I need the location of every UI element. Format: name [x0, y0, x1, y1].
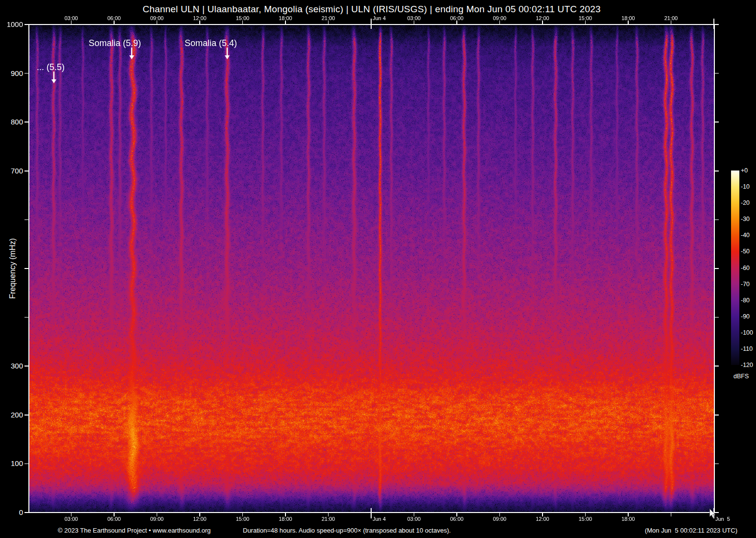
- y-tick-left: [24, 122, 29, 122]
- x-tick-label: 15:00: [573, 516, 597, 522]
- y-tick-left: [24, 24, 29, 25]
- y-tick-label: 0: [0, 509, 23, 516]
- colorbar-tick-label: -90: [741, 313, 750, 320]
- y-tick-right: [714, 73, 719, 74]
- colorbar-tick-label: -100: [741, 329, 753, 336]
- colorbar-tick-label: -80: [741, 297, 750, 304]
- y-tick-label: 1000: [0, 21, 23, 28]
- y-tick-left: [24, 171, 29, 171]
- y-tick-left: [24, 512, 29, 513]
- annotation-arrow-icon: [50, 72, 57, 83]
- y-tick-right: [714, 464, 719, 465]
- x-tick-bottom: [671, 513, 672, 516]
- footer-end-timestamp: (Mon Jun 5 00:02:11 2023 UTC): [641, 527, 737, 534]
- y-tick-label: 300: [0, 362, 23, 370]
- y-tick-label: 900: [0, 70, 23, 77]
- x-tick-label: 06:00: [445, 516, 469, 522]
- colorbar-tick-label: -10: [741, 183, 750, 190]
- x-tick-label: 12:00: [188, 15, 212, 22]
- y-tick-left: [24, 415, 29, 416]
- x-tick-label: 03:00: [402, 516, 425, 522]
- footer-copyright: © 2023 The Earthsound Project • www.eart…: [58, 527, 211, 534]
- x-tick-label: 12:00: [531, 516, 554, 522]
- colorbar-tick-label: -40: [741, 232, 750, 239]
- x-tick-top: [713, 19, 714, 24]
- colorbar-tick-label: +0: [741, 167, 748, 174]
- x-tick-label: 15:00: [573, 15, 597, 22]
- y-tick-label: 200: [0, 411, 23, 419]
- colorbar-tick-label: -50: [741, 248, 750, 255]
- colorbar-tick-label: -120: [741, 362, 753, 368]
- x-tick-top-inner: [713, 24, 714, 29]
- x-tick-label: 18:00: [274, 516, 297, 522]
- x-tick-top: [371, 19, 372, 24]
- x-tick-label: 18:00: [616, 516, 640, 522]
- x-tick-label: 03:00: [59, 516, 83, 522]
- x-tick-label: 03:00: [402, 15, 425, 22]
- colorbar-tick-label: -60: [741, 265, 750, 271]
- colorbar-tick-label: -110: [741, 345, 753, 352]
- page-title: Channel ULN | Ulaanbaatar, Mongolia (sei…: [29, 4, 714, 15]
- x-tick-bottom-inner: [371, 508, 372, 513]
- y-tick-right: [714, 317, 719, 318]
- colorbar-tick-label: -70: [741, 281, 750, 288]
- y-tick-right: [714, 268, 719, 269]
- x-tick-label: 09:00: [488, 516, 511, 522]
- y-tick-label: 700: [0, 167, 23, 175]
- x-tick-label: 15:00: [231, 15, 254, 22]
- colorbar-unit-label: dBFS: [733, 373, 749, 380]
- y-tick-left: [24, 317, 29, 318]
- y-axis-title: Frequency (mHz): [8, 238, 17, 299]
- mouse-cursor-icon: [709, 509, 716, 518]
- annotation-label: ... (5.5): [37, 62, 65, 73]
- x-tick-label: 09:00: [488, 15, 511, 22]
- spectrogram-page: Channel ULN | Ulaanbaatar, Mongolia (sei…: [0, 0, 756, 538]
- colorbar-tick-label: -20: [741, 199, 750, 206]
- y-tick-left: [24, 73, 29, 74]
- y-tick-right: [714, 366, 719, 367]
- x-tick-label: 21:00: [659, 15, 683, 22]
- y-tick-right: [714, 122, 719, 122]
- x-tick-label: 15:00: [231, 516, 254, 522]
- y-tick-label: 800: [0, 118, 23, 126]
- colorbar-gradient: [731, 171, 739, 365]
- annotation-arrow-icon: [128, 48, 135, 59]
- x-tick-label: 18:00: [616, 15, 640, 22]
- x-tick-label: 21:00: [316, 15, 340, 22]
- footer-duration: Duration=48 hours. Audio speed-up=900× (…: [243, 527, 451, 534]
- y-tick-left: [24, 268, 29, 269]
- y-tick-right: [714, 171, 719, 171]
- x-tick-label: 12:00: [188, 516, 212, 522]
- y-tick-label: 100: [0, 460, 23, 467]
- colorbar-tick-label: -30: [741, 216, 750, 222]
- y-tick-right: [714, 24, 719, 25]
- x-tick-label: 12:00: [531, 15, 554, 22]
- x-tick-label: Jun 5: [715, 516, 740, 522]
- x-tick-label: 06:00: [445, 15, 469, 22]
- y-tick-left: [24, 220, 29, 220]
- y-tick-right: [714, 220, 719, 220]
- y-tick-right: [714, 415, 719, 416]
- y-tick-left: [24, 366, 29, 367]
- x-tick-label: 18:00: [274, 15, 297, 22]
- x-tick-label: 21:00: [316, 516, 340, 522]
- x-tick-label: 06:00: [102, 15, 126, 22]
- annotation-arrow-icon: [224, 48, 231, 59]
- annotation-label: Somalia (5.4): [185, 38, 237, 49]
- x-tick-label: Jun 4: [373, 15, 397, 22]
- x-tick-label: Jun 4: [373, 516, 397, 522]
- annotation-label: Somalia (5.9): [89, 38, 141, 49]
- x-tick-label: 06:00: [102, 516, 126, 522]
- x-tick-label: 09:00: [145, 15, 168, 22]
- x-tick-label: 03:00: [59, 15, 83, 22]
- y-tick-left: [24, 464, 29, 465]
- x-tick-label: 09:00: [145, 516, 168, 522]
- x-tick-top-inner: [371, 24, 372, 29]
- spectrogram-canvas: [29, 24, 714, 513]
- x-tick-bottom: [371, 513, 372, 518]
